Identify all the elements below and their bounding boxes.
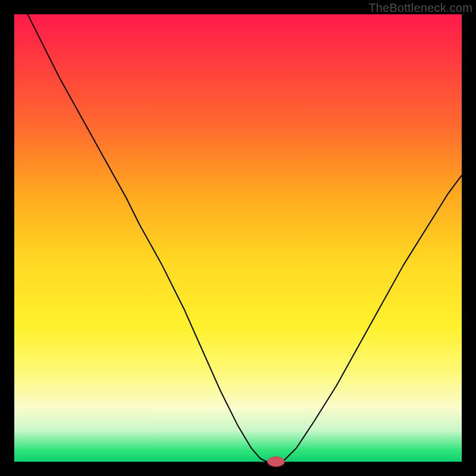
curve-svg xyxy=(14,14,462,462)
plot-area xyxy=(14,14,462,462)
optimal-marker xyxy=(268,457,285,467)
watermark-text: TheBottleneck.com xyxy=(368,1,472,15)
chart-frame: TheBottleneck.com xyxy=(0,0,476,476)
bottleneck-curve xyxy=(28,14,462,462)
